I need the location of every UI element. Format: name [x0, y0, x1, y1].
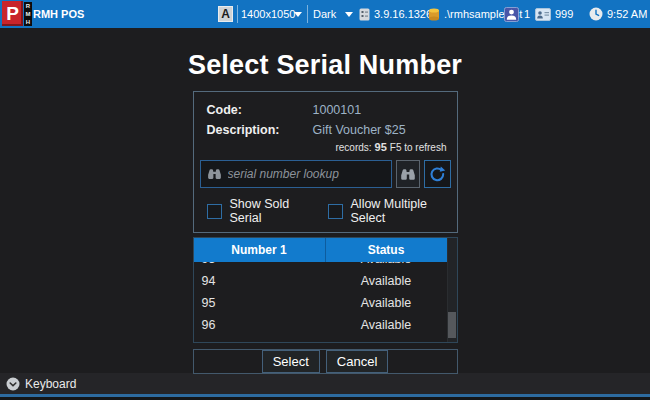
binoculars-icon [400, 168, 416, 181]
caret-down-icon[interactable] [345, 12, 353, 17]
statusbar: Keyboard [0, 373, 650, 394]
page-title: Select Serial Number [188, 50, 462, 81]
logo-p-tile: P [2, 1, 23, 26]
table-row-partial[interactable]: 93 Available [194, 262, 447, 270]
logo-rmh-stack: R M H [24, 1, 32, 26]
select-button[interactable]: Select [262, 350, 320, 373]
code-label: Code: [200, 103, 313, 117]
table-row[interactable]: 95 Available [194, 292, 447, 314]
lookup-button[interactable] [396, 160, 421, 188]
records-count: 95 [375, 141, 387, 153]
keyboard-toggle-icon[interactable] [6, 377, 20, 391]
titlebar-separator [307, 5, 308, 23]
rmh-logo: P R M H [2, 1, 32, 26]
allow-multiple-select-checkbox[interactable] [328, 204, 343, 219]
show-sold-serial-checkbox[interactable] [207, 204, 222, 219]
app-title: RMH POS [33, 8, 84, 20]
theme-dropdown[interactable]: Dark [313, 8, 336, 20]
column-header-number[interactable]: Number 1 [194, 238, 326, 262]
checkbox-row: Show Sold Serial Allow Multiple Select [200, 197, 451, 225]
cancel-button[interactable]: Cancel [326, 350, 388, 373]
titlebar-separator [237, 5, 238, 23]
action-button-panel: Select Cancel [193, 349, 458, 374]
scrollbar-thumb[interactable] [448, 312, 456, 338]
description-value: Gift Voucher $25 [313, 123, 406, 137]
show-sold-serial-label: Show Sold Serial [230, 197, 313, 225]
description-label: Description: [200, 123, 313, 137]
main-area: Select Serial Number Code: 1000101 Descr… [0, 28, 650, 373]
table-header: Number 1 Status [194, 238, 447, 262]
database-icon [427, 8, 441, 21]
customer-icon [535, 8, 551, 21]
operator-icon [504, 7, 519, 22]
table-body: 93 Available 94 Available 95 Available 9… [194, 262, 447, 342]
table-row[interactable]: 94 Available [194, 270, 447, 292]
vertical-scrollbar[interactable] [447, 238, 457, 342]
keyboard-label[interactable]: Keyboard [25, 377, 76, 391]
clock-icon [589, 7, 603, 21]
search-field[interactable] [200, 160, 392, 188]
search-input[interactable] [228, 167, 385, 181]
allow-multiple-select-label: Allow Multiple Select [351, 197, 451, 225]
refresh-icon [428, 165, 447, 184]
resolution-dropdown[interactable]: 1400x1050 [241, 8, 295, 20]
code-row: Code: 1000101 [200, 100, 451, 120]
item-info-panel: Code: 1000101 Description: Gift Voucher … [193, 91, 458, 233]
table-row[interactable]: 96 Available [194, 314, 447, 336]
refresh-button[interactable] [424, 160, 450, 188]
caret-down-icon[interactable] [294, 12, 302, 17]
records-label: records: [335, 142, 371, 153]
clock-time: 9:52 AM [607, 8, 647, 20]
description-row: Description: Gift Voucher $25 [200, 120, 451, 140]
refresh-hint: F5 to refresh [390, 142, 447, 153]
records-info: records:95F5 to refresh [200, 141, 451, 157]
version-icon [359, 8, 370, 21]
search-row [200, 160, 451, 188]
column-header-status[interactable]: Status [326, 238, 447, 262]
font-size-icon[interactable]: A [218, 6, 233, 22]
binoculars-icon [207, 168, 222, 180]
code-value: 1000101 [313, 103, 362, 117]
operator-count: 1 [524, 8, 530, 20]
customer-number: 999 [555, 8, 573, 20]
titlebar: P R M H RMH POS A 1400x1050 Dark 3.9.16.… [0, 0, 650, 28]
serial-table: Number 1 Status 93 Available 94 Availabl… [193, 237, 458, 343]
